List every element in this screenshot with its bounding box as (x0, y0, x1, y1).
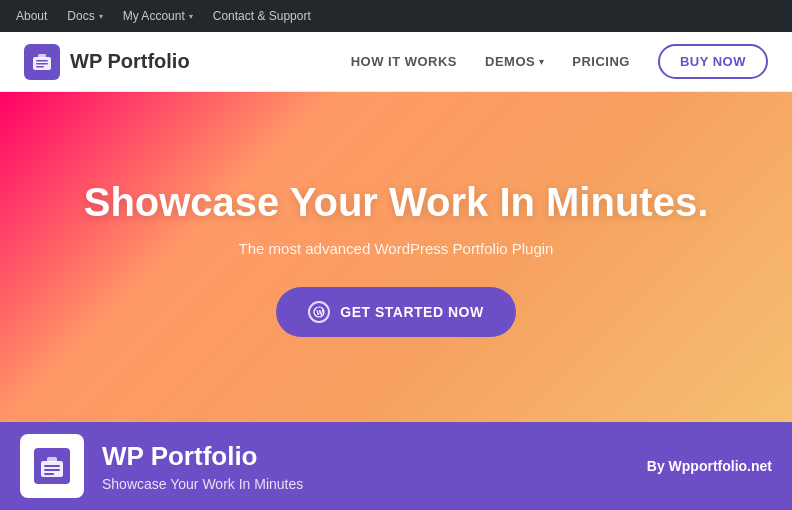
svg-rect-10 (44, 469, 60, 471)
nav-demos[interactable]: DEMOS ▾ (485, 54, 544, 69)
plugin-tagline: Showcase Your Work In Minutes (102, 476, 629, 492)
plugin-author: By Wpportfolio.net (647, 458, 772, 474)
admin-bar-contact[interactable]: Contact & Support (213, 9, 311, 23)
nav-links: HOW IT WORKS DEMOS ▾ PRICING BUY NOW (351, 44, 768, 79)
plugin-name: WP Portfolio (102, 441, 629, 472)
admin-bar: About Docs ▾ My Account ▾ Contact & Supp… (0, 0, 792, 32)
nav-how-it-works[interactable]: HOW IT WORKS (351, 54, 457, 69)
demos-chevron-icon: ▾ (539, 56, 544, 67)
admin-bar-docs[interactable]: Docs ▾ (67, 9, 102, 23)
main-nav: WP Portfolio HOW IT WORKS DEMOS ▾ PRICIN… (0, 32, 792, 92)
svg-rect-4 (36, 66, 44, 68)
plugin-text: WP Portfolio Showcase Your Work In Minut… (102, 441, 629, 492)
svg-text:W: W (317, 309, 324, 316)
admin-bar-about[interactable]: About (16, 9, 47, 23)
chevron-down-icon: ▾ (189, 12, 193, 21)
svg-rect-8 (47, 457, 57, 462)
hero-title: Showcase Your Work In Minutes. (84, 178, 709, 226)
logo[interactable]: WP Portfolio (24, 44, 190, 80)
svg-rect-11 (44, 473, 54, 475)
nav-pricing[interactable]: PRICING (572, 54, 630, 69)
logo-icon (24, 44, 60, 80)
chevron-down-icon: ▾ (99, 12, 103, 21)
svg-rect-1 (38, 54, 46, 58)
logo-text: WP Portfolio (70, 50, 190, 73)
plugin-icon (34, 448, 70, 484)
svg-rect-3 (36, 63, 48, 65)
cta-button[interactable]: W GET STARTED NOW (276, 287, 515, 337)
plugin-info-bar: WP Portfolio Showcase Your Work In Minut… (0, 422, 792, 510)
wordpress-icon: W (308, 301, 330, 323)
admin-bar-account[interactable]: My Account ▾ (123, 9, 193, 23)
hero-subtitle: The most advanced WordPress Portfolio Pl… (239, 240, 554, 257)
hero-section: Showcase Your Work In Minutes. The most … (0, 92, 792, 422)
buy-now-button[interactable]: BUY NOW (658, 44, 768, 79)
svg-rect-2 (36, 60, 48, 62)
svg-rect-9 (44, 465, 60, 467)
plugin-icon-box (20, 434, 84, 498)
